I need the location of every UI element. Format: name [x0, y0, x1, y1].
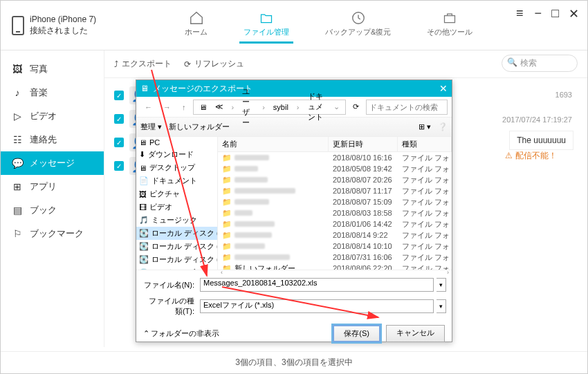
col-name[interactable]: 名前	[218, 137, 329, 151]
tree-item[interactable]: 🎵ミュージック	[136, 214, 217, 227]
tree-item-icon: 💽	[139, 229, 149, 238]
crumb-name[interactable]: sybil	[270, 103, 291, 111]
file-row[interactable]: 📁2018/07/31 16:06ファイル フォ	[218, 252, 452, 263]
filename-dropdown[interactable]: ▾	[437, 278, 446, 292]
new-folder-button[interactable]: 新しいフォルダー	[169, 122, 230, 132]
sidebar-item-messages[interactable]: 💬メッセージ	[1, 151, 104, 175]
maximize-button[interactable]: □	[551, 6, 559, 21]
filetype-dropdown[interactable]: ▾	[437, 299, 446, 313]
checkbox-icon[interactable]: ✓	[114, 91, 124, 100]
dialog-path-bar: ← → ↑ 🖥 ≪› ユーザー› sybil› ドキュメント ⌄ ⟳	[136, 97, 452, 118]
menu-icon[interactable]: ≡	[516, 6, 525, 21]
tree-item-icon: 🖥	[139, 138, 147, 147]
col-type[interactable]: 種類	[398, 137, 452, 151]
cancel-button[interactable]: キャンセル	[386, 325, 445, 342]
sidebar-item-books[interactable]: ▤ブック	[1, 198, 104, 222]
sidebar-label: ビデオ	[30, 110, 57, 122]
file-row[interactable]: 📁2018/08/07 15:09ファイル フォ	[218, 196, 452, 207]
file-date: 2018/05/08 19:42	[329, 165, 398, 173]
sidebar-item-bookmarks[interactable]: ⚐ブックマーク	[1, 222, 104, 245]
folder-tree[interactable]: 🖥PC⬇ダウンロード🖥デスクトップ📄ドキュメント🖼ピクチャ🎞ビデオ🎵ミュージック…	[136, 137, 218, 270]
sidebar-item-music[interactable]: ♪音楽	[1, 81, 104, 104]
file-row[interactable]: 📁2018/08/07 11:17ファイル フォ	[218, 185, 452, 196]
file-row[interactable]: 📁2018/08/07 20:26ファイル フォ	[218, 174, 452, 185]
folder-icon: 📁	[222, 187, 232, 196]
checkbox-icon[interactable]: ✓	[114, 161, 124, 171]
file-row[interactable]: 📁新しいフォルダー2018/08/06 22:20ファイル フォ	[218, 263, 452, 270]
back-button[interactable]: ←	[140, 103, 156, 111]
search-input[interactable]: 検索	[502, 55, 578, 72]
tree-item[interactable]: 🖥デスクトップ	[136, 161, 217, 174]
file-type: ファイル フォ	[398, 241, 452, 252]
file-date: 2018/08/10 16:16	[329, 153, 398, 162]
tree-item-label: ドキュメント	[151, 176, 197, 186]
sidebar-item-apps[interactable]: ⊞アプリ	[1, 175, 104, 198]
dialog-title: メッセージのエクスポート	[153, 83, 252, 95]
file-name-redacted	[235, 232, 272, 238]
sidebar-item-contacts[interactable]: ☷連絡先	[1, 128, 104, 151]
tree-item-label: CD ドライブ (F:)	[151, 268, 209, 270]
tree-item[interactable]: 💽ローカル ディスク (D:)	[136, 240, 217, 253]
file-type: ファイル フォ	[398, 153, 452, 163]
file-row[interactable]: 📁2018/08/14 10:10ファイル フォ	[218, 241, 452, 252]
message-bubble: The uuuuuuu	[509, 131, 573, 150]
crumb-docs[interactable]: ドキュメント	[305, 91, 328, 122]
tree-item[interactable]: 💿CD ドライブ (F:)	[136, 266, 217, 270]
tree-item-label: ミュージック	[151, 215, 197, 225]
tree-item-label: デスクトップ	[149, 162, 195, 173]
path-refresh-button[interactable]: ⟳	[349, 102, 363, 111]
tree-item[interactable]: ⬇ダウンロード	[136, 148, 217, 161]
music-icon: ♪	[12, 87, 23, 98]
crumb-disk[interactable]: ≪	[212, 102, 226, 111]
item-count: 1693	[555, 91, 572, 99]
sidebar-item-photo[interactable]: 🖼写真	[1, 57, 104, 81]
tab-files[interactable]: ファイル管理	[239, 8, 293, 44]
tree-item[interactable]: 🎞ビデオ	[136, 200, 217, 214]
tree-item[interactable]: 🖼ピクチャ	[136, 187, 217, 200]
close-button[interactable]: ✕	[569, 6, 579, 21]
col-date[interactable]: 更新日時	[329, 137, 398, 151]
tree-item[interactable]: 💽ローカル ディスク (C:)	[136, 227, 217, 240]
forward-button[interactable]: →	[159, 103, 175, 111]
file-row[interactable]: 📁2018/08/10 16:16ファイル フォ	[218, 152, 452, 163]
tree-item[interactable]: 📄ドキュメント	[136, 174, 217, 187]
sidebar-label: アプリ	[30, 180, 57, 193]
hide-folders-toggle[interactable]: ⌃フォルダーの非表示	[143, 328, 219, 339]
checkbox-icon[interactable]: ✓	[114, 138, 124, 147]
file-type: ファイル フォ	[398, 208, 452, 218]
organize-menu[interactable]: 整理 ▾	[140, 122, 162, 132]
file-row[interactable]: 📁2018/08/03 18:58ファイル フォ	[218, 207, 452, 218]
help-button[interactable]: ❔	[438, 122, 448, 131]
file-row[interactable]: 📁2018/08/14 9:22ファイル フォ	[218, 230, 452, 241]
file-row[interactable]: 📁2018/05/08 19:42ファイル フォ	[218, 163, 452, 174]
tab-home[interactable]: ホーム	[181, 8, 212, 44]
chevron-down-icon[interactable]: ⌄	[331, 102, 342, 111]
file-list[interactable]: 名前 更新日時 種類 📁2018/08/10 16:16ファイル フォ📁2018…	[218, 137, 452, 270]
minimize-button[interactable]: −	[535, 6, 542, 21]
filetype-select[interactable]: Excelファイル (*.xls)	[200, 299, 434, 313]
dialog-footer: ⌃フォルダーの非表示 保存(S) キャンセル	[136, 321, 452, 346]
file-name: 新しいフォルダー	[235, 263, 295, 270]
sidebar-label: 音楽	[30, 86, 48, 99]
filename-input[interactable]: Messages_20180814_103202.xls	[200, 278, 434, 292]
save-button[interactable]: 保存(S)	[333, 325, 380, 342]
view-options-button[interactable]: ⊞ ▾	[419, 122, 431, 131]
export-button[interactable]: ⤴エクスポート	[114, 58, 172, 70]
up-button[interactable]: ↑	[178, 103, 190, 111]
tree-item[interactable]: 🖥PC	[136, 137, 217, 148]
tab-tools[interactable]: その他ツール	[423, 8, 477, 44]
chevron-up-icon: ⌃	[143, 329, 149, 338]
file-row[interactable]: 📁2018/01/06 14:42ファイル フォ	[218, 218, 452, 230]
toolbox-icon	[440, 10, 459, 26]
contacts-icon: ☷	[12, 134, 23, 145]
folder-icon: 📁	[222, 231, 232, 240]
checkbox-icon[interactable]: ✓	[114, 114, 124, 124]
tab-backup[interactable]: バックアップ&復元	[321, 8, 395, 44]
sidebar-item-video[interactable]: ▷ビデオ	[1, 104, 104, 128]
document-search-input[interactable]	[366, 100, 448, 115]
dialog-close-button[interactable]: ✕	[439, 83, 448, 94]
breadcrumb[interactable]: 🖥 ≪› ユーザー› sybil› ドキュメント ⌄	[193, 100, 347, 115]
tree-item[interactable]: 💽ローカル ディスク (E:)	[136, 253, 217, 266]
refresh-button[interactable]: ⟳リフレッシュ	[184, 58, 244, 70]
crumb-user[interactable]: ユーザー	[239, 86, 257, 128]
